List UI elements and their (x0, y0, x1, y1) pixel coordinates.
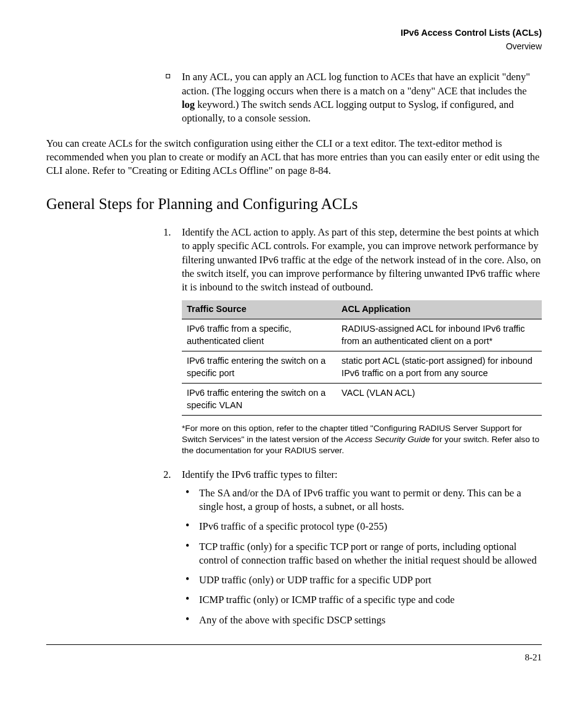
table-header-application: ACL Application (337, 300, 542, 319)
table-header-source: Traffic Source (182, 300, 337, 319)
table-row: IPv6 traffic from a specific, authentica… (182, 319, 542, 351)
list-item: ICMP traffic (only) or ICMP traffic of a… (182, 593, 542, 607)
bullet-text-pre: In any ACL, you can apply an ACL log fun… (182, 71, 530, 96)
section-heading: General Steps for Planning and Configuri… (46, 194, 542, 215)
page-header: IPv6 Access Control Lists (ACLs) Overvie… (46, 27, 542, 52)
page-number: 8-21 (46, 651, 542, 663)
cell-app: static port ACL (static-port assigned) f… (337, 351, 542, 384)
list-item: TCP traffic (only) for a specific TCP po… (182, 540, 542, 568)
list-item: The SA and/or the DA of IPv6 traffic you… (182, 486, 542, 514)
table-row: IPv6 traffic entering the switch on a sp… (182, 384, 542, 416)
main-content: In any ACL, you can apply an ACL log fun… (163, 70, 542, 125)
header-title: IPv6 Access Control Lists (ACLs) (46, 27, 542, 39)
table-footnote: *For more on this option, refer to the c… (182, 423, 542, 456)
cell-source: IPv6 traffic from a specific, authentica… (182, 319, 337, 351)
numbered-list-cont: Identify the IPv6 traffic types to filte… (163, 468, 542, 627)
cell-source: IPv6 traffic entering the switch on a sp… (182, 351, 337, 384)
list-item: UDP traffic (only) or UDP traffic for a … (182, 573, 542, 587)
numbered-list: Identify the ACL action to apply. As par… (163, 226, 542, 416)
acl-application-table: Traffic Source ACL Application IPv6 traf… (182, 300, 542, 416)
list-item: Any of the above with specific DSCP sett… (182, 614, 542, 627)
step1-text: Identify the ACL action to apply. As par… (182, 226, 541, 293)
cell-app: VACL (VLAN ACL) (337, 384, 542, 416)
bullet-text-post: keyword.) The switch sends ACL logging o… (182, 99, 514, 124)
step-1: Identify the ACL action to apply. As par… (163, 226, 542, 416)
footnote-italic: Access Security Guide (345, 435, 430, 444)
steps-content: Identify the ACL action to apply. As par… (163, 226, 542, 627)
table-row: IPv6 traffic entering the switch on a sp… (182, 351, 542, 384)
cell-app: RADIUS-assigned ACL for inbound IPv6 tra… (337, 319, 542, 351)
bullet-bold: log (182, 99, 195, 110)
square-bullet-list: In any ACL, you can apply an ACL log fun… (163, 70, 542, 125)
intro-paragraph: You can create ACLs for the switch confi… (46, 137, 542, 178)
list-item: IPv6 traffic of a specific protocol type… (182, 520, 542, 533)
cell-source: IPv6 traffic entering the switch on a sp… (182, 384, 337, 416)
step-2: Identify the IPv6 traffic types to filte… (163, 468, 542, 627)
list-item: In any ACL, you can apply an ACL log fun… (163, 70, 542, 125)
header-subtitle: Overview (46, 41, 542, 52)
footer-rule (46, 644, 542, 645)
step2-text: Identify the IPv6 traffic types to filte… (182, 469, 338, 480)
step2-bullet-list: The SA and/or the DA of IPv6 traffic you… (182, 486, 542, 627)
